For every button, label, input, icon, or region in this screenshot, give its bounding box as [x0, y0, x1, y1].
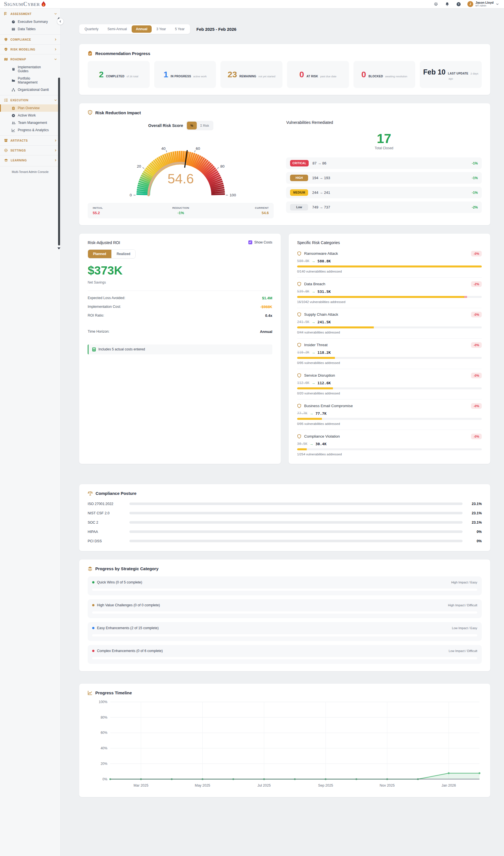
strategic-progress-bar — [92, 611, 477, 614]
sitemap-icon — [12, 88, 15, 92]
svg-text:Nov 2025: Nov 2025 — [380, 783, 395, 787]
topbar: SignumCyber ? J Jason Lloyd MT Admin — [0, 0, 504, 8]
graduation-cap-icon — [4, 158, 8, 162]
help-icon[interactable]: ? — [456, 2, 461, 7]
sidebar-item-label: Data Tables — [18, 27, 57, 31]
gauge-footer-stats: INITIAL 55.2 REDUCTION -1% CURRENT 54.6 — [88, 203, 274, 219]
sidebar-item-team-management[interactable]: Team Management — [0, 119, 60, 126]
chart-line-icon — [88, 691, 92, 695]
framework-name: PCI DSS — [88, 539, 125, 543]
arrow-icon: → — [311, 381, 315, 385]
card-title: Specific Risk Categories — [297, 240, 482, 245]
gauge-label: Overall Risk Score — [148, 123, 183, 128]
tab-5-year[interactable]: 5 Year — [171, 25, 189, 33]
toggle-sigma-risk[interactable]: Σ Risk — [197, 122, 212, 129]
stat-in-progress: 1 IN PROGRESS active work — [154, 61, 216, 88]
flame-logo-icon — [41, 1, 46, 7]
severity-row-high: HIGH 194 → 193 -1% — [286, 172, 482, 184]
user-menu[interactable]: J Jason Lloyd MT Admin — [467, 1, 499, 7]
sidebar-item-organizational-gantt[interactable]: Organizational Gantt — [0, 86, 60, 93]
sidebar-section-execution[interactable]: EXECUTION — [0, 96, 60, 104]
stat-sub: past due date — [320, 75, 337, 78]
sidebar-item-data-tables[interactable]: Data Tables — [0, 25, 60, 33]
new-value: 580.8K — [318, 259, 331, 263]
gear-icon — [4, 149, 8, 152]
notifications-bell-icon[interactable] — [445, 2, 450, 7]
svg-text:20: 20 — [137, 164, 142, 169]
shield-check-icon — [4, 47, 8, 51]
user-role: MT Admin — [475, 4, 493, 7]
stat-value: 2 — [99, 70, 104, 79]
vulnerabilities-remediated-panel: Vulnerabilities Remediated 17 Total Clos… — [286, 120, 482, 219]
tab-semi-annual[interactable]: Semi-Annual — [103, 25, 131, 33]
tab-planned[interactable]: Planned — [88, 250, 111, 258]
category-dot — [92, 627, 94, 629]
tab-realized[interactable]: Realized — [111, 250, 136, 258]
category-name: Data Breach — [304, 282, 468, 286]
sidebar-item-plan-overview[interactable]: Plan Overview — [0, 104, 60, 112]
sidebar-section-compliance[interactable]: COMPLIANCE — [0, 35, 60, 44]
svg-text:Sep 2025: Sep 2025 — [318, 783, 333, 787]
strategic-name: High Value Challenges (0 of 0 complete) — [97, 603, 445, 607]
svg-text:40%: 40% — [101, 746, 107, 750]
gauge-stat-value: -1% — [151, 211, 210, 215]
category-note: 0/140 vulnerabilities addressed — [297, 270, 482, 273]
gauge-stat-label: CURRENT — [210, 206, 269, 209]
arrow-icon: → — [319, 190, 323, 195]
sidebar-item-active-work[interactable]: Active Work — [0, 112, 60, 119]
show-costs-checkbox[interactable]: Show Costs — [248, 240, 272, 244]
compliance-row-nist: NIST CSF 2.0 23.1% — [88, 511, 482, 515]
collapse-sidebar-button[interactable] — [57, 18, 64, 25]
category-note: 1/254 vulnerabilities addressed — [297, 453, 482, 456]
sidebar-section-artifacts[interactable]: ARTIFACTS — [0, 136, 60, 145]
svg-text:60: 60 — [196, 146, 200, 151]
compliance-bar — [129, 521, 463, 524]
avatar: J — [467, 1, 473, 7]
svg-text:Jul 2025: Jul 2025 — [257, 783, 271, 787]
stat-sub: of 26 total — [127, 75, 139, 78]
sidebar-section-settings[interactable]: SETTINGS — [0, 146, 60, 155]
category-dot — [92, 604, 94, 606]
svg-text:60%: 60% — [101, 731, 107, 735]
severity-delta: -1% — [472, 191, 478, 195]
sidebar-item-progress-analytics[interactable]: Progress & Analytics — [0, 126, 60, 134]
sidebar-section-label: LEARNING — [11, 159, 52, 162]
chevron-right-icon — [54, 48, 57, 51]
tab-3-year[interactable]: 3 Year — [152, 25, 170, 33]
roi-row-time-horizon: Time Horizon: Annual — [88, 330, 272, 334]
tab-annual[interactable]: Annual — [132, 25, 152, 33]
category-note: 16/1042 vulnerabilities addressed — [297, 300, 482, 303]
category-progress-bar — [297, 327, 482, 328]
sidebar-scrollbar-thumb[interactable] — [58, 77, 60, 245]
logo-text: SignumCyber — [4, 1, 40, 7]
old-value: 118.2K — [297, 350, 309, 354]
sidebar-item-implementation-guides[interactable]: Implementation Guides — [0, 64, 54, 75]
chevron-right-icon — [54, 159, 57, 162]
sidebar-section-learning[interactable]: LEARNING — [0, 156, 60, 164]
svg-text:20%: 20% — [101, 762, 107, 766]
old-value: 77.7K — [297, 412, 307, 415]
sidebar-item-executive-summary[interactable]: Executive Summary — [0, 18, 60, 25]
sidebar-item-portfolio-management[interactable]: Portfolio Management — [0, 75, 60, 86]
category-progress-bar — [297, 265, 482, 267]
settings-gear-icon[interactable] — [434, 2, 438, 7]
tab-quarterly[interactable]: Quarterly — [80, 25, 103, 33]
roi-row-roi-ratio: ROI Ratio: 0.4x — [88, 313, 272, 318]
sidebar-section-label: ROADMAP — [11, 58, 52, 61]
checkbox-label: Show Costs — [254, 240, 272, 244]
framework-name: HIPAA — [88, 530, 125, 534]
strategic-name: Easy Enhancements (2 of 15 complete) — [97, 626, 449, 630]
new-value: 112.6K — [318, 381, 331, 385]
toggle-percent[interactable]: % — [187, 122, 197, 129]
arrow-icon: → — [319, 205, 323, 209]
compliance-row-iso: ISO 27001:2022 23.1% — [88, 502, 482, 506]
category-progress-bar — [297, 357, 482, 359]
severity-delta: -2% — [472, 205, 478, 209]
sidebar-section-assessment[interactable]: ASSESSMENT — [0, 10, 60, 18]
severity-badge: Low — [290, 204, 308, 210]
sidebar-scroll-down-arrow[interactable] — [57, 247, 60, 249]
category-progress-bar — [297, 296, 482, 298]
sidebar-section-roadmap[interactable]: ROADMAP — [0, 55, 60, 64]
sidebar-section-risk-modeling[interactable]: RISK MODELING — [0, 45, 60, 54]
old-value: 112.6K — [297, 381, 309, 385]
